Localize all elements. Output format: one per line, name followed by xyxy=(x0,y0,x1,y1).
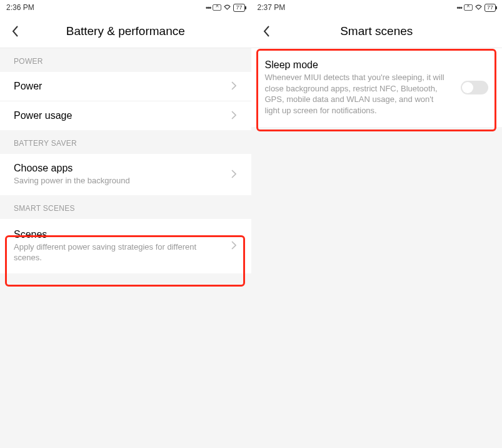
row-power[interactable]: Power xyxy=(0,72,251,101)
row-title: Power xyxy=(14,81,225,92)
battery-icon: 77 xyxy=(484,4,496,12)
row-choose-apps[interactable]: Choose apps Saving power in the backgrou… xyxy=(0,154,251,195)
chevron-right-icon xyxy=(231,111,238,121)
more-icon: ••• xyxy=(456,4,462,11)
screen-battery-performance: 2:36 PM ••• 77 Battery & performance POW… xyxy=(0,0,251,448)
more-icon: ••• xyxy=(206,4,211,11)
row-title: Scenes xyxy=(14,229,225,240)
chevron-right-icon xyxy=(231,81,238,91)
sim-icon xyxy=(464,4,473,11)
row-subtitle: Apply different power saving strategies … xyxy=(14,242,225,263)
status-time: 2:36 PM xyxy=(6,3,34,12)
section-power: Power Power usage xyxy=(0,72,251,130)
empty-area xyxy=(251,127,503,448)
back-button[interactable] xyxy=(263,25,275,38)
section-smart-scenes: Scenes Apply different power saving stra… xyxy=(0,219,251,273)
row-title: Power usage xyxy=(14,110,225,121)
page-title: Smart scenes xyxy=(251,24,503,38)
status-time: 2:37 PM xyxy=(258,3,286,12)
section-header-battery-saver: BATTERY SAVER xyxy=(0,130,251,154)
status-bar: 2:37 PM ••• 77 xyxy=(251,0,503,15)
header: Smart scenes xyxy=(251,15,503,48)
status-icons: ••• 77 xyxy=(206,4,245,12)
status-icons: ••• 77 xyxy=(456,4,496,12)
section-sleep-mode: Sleep mode Whenever MIUI detects that yo… xyxy=(251,48,503,127)
row-title: Choose apps xyxy=(14,163,225,174)
row-subtitle: Whenever MIUI detects that you're sleepi… xyxy=(265,72,446,116)
section-header-smart-scenes: SMART SCENES xyxy=(0,195,251,219)
dual-screenshot-container: 2:36 PM ••• 77 Battery & performance POW… xyxy=(0,0,502,448)
page-title: Battery & performance xyxy=(0,24,251,38)
row-sleep-mode[interactable]: Sleep mode Whenever MIUI detects that yo… xyxy=(251,48,503,127)
chevron-right-icon xyxy=(231,241,238,251)
sim-icon xyxy=(213,4,221,11)
row-subtitle: Saving power in the background xyxy=(14,175,225,186)
row-scenes[interactable]: Scenes Apply different power saving stra… xyxy=(0,219,251,273)
back-button[interactable] xyxy=(11,25,24,38)
wifi-icon xyxy=(474,4,483,11)
screen-smart-scenes: 2:37 PM ••• 77 Smart scenes Sleep mode W… xyxy=(251,0,503,448)
section-header-power: POWER xyxy=(0,48,251,72)
battery-icon: 77 xyxy=(233,4,244,12)
section-battery-saver: Choose apps Saving power in the backgrou… xyxy=(0,154,251,195)
status-bar: 2:36 PM ••• 77 xyxy=(0,0,251,15)
header: Battery & performance xyxy=(0,15,251,48)
row-power-usage[interactable]: Power usage xyxy=(0,101,251,130)
wifi-icon xyxy=(223,4,231,11)
sleep-mode-toggle[interactable] xyxy=(461,81,488,94)
row-title: Sleep mode xyxy=(265,59,454,71)
chevron-right-icon xyxy=(231,170,238,180)
